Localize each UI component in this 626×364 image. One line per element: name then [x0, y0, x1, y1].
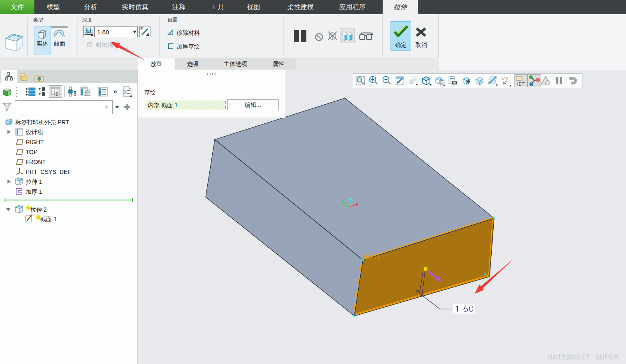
- svg-text:x/: x/: [502, 77, 505, 81]
- svg-text:截面 1: 截面 1: [363, 255, 376, 260]
- svg-text:y: y: [506, 76, 508, 80]
